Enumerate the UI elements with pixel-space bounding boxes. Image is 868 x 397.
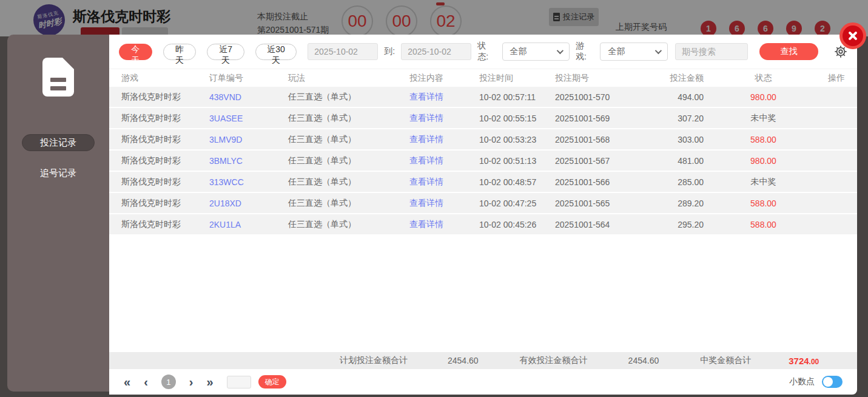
game-cell: 斯洛伐克时时彩 xyxy=(121,134,209,145)
column-header: 游戏 xyxy=(121,73,209,84)
time-cell: 10-02 00:57:11 xyxy=(479,92,555,102)
status-cell: 未中奖 xyxy=(704,113,823,124)
last-page-button[interactable]: » xyxy=(206,376,213,388)
column-header: 投注期号 xyxy=(555,73,649,84)
plan-total-value: 2454.60 xyxy=(448,356,479,365)
first-page-button[interactable]: « xyxy=(124,376,130,388)
time-cell: 10-02 00:53:23 xyxy=(479,135,555,144)
game-cell: 斯洛伐克时时彩 xyxy=(121,177,209,188)
play-cell: 任三直选（单式） xyxy=(288,177,409,188)
chevron-down-icon xyxy=(655,47,662,54)
play-cell: 任三直选（单式） xyxy=(288,134,409,145)
toggle-knob xyxy=(823,377,833,387)
column-header: 订单编号 xyxy=(209,73,288,84)
status-cell: 588.00 xyxy=(704,220,823,229)
prev-page-button[interactable]: ‹ xyxy=(144,376,148,388)
search-button[interactable]: 查找 xyxy=(759,43,818,60)
decimal-label: 小数点 xyxy=(789,376,815,387)
order-cell[interactable]: 2U18XD xyxy=(209,198,288,208)
decimal-toggle-group: 小数点 xyxy=(789,376,843,388)
order-cell[interactable]: 2KU1LA xyxy=(209,220,288,229)
quick-filter-button[interactable]: 昨天 xyxy=(163,44,197,60)
date-from-input[interactable] xyxy=(308,43,378,60)
column-header: 状态 xyxy=(704,73,823,84)
game-select-value: 全部 xyxy=(608,46,625,57)
play-cell: 任三直选（单式） xyxy=(288,155,409,166)
play-cell: 任三直选（单式） xyxy=(288,113,409,124)
period-cell: 20251001-569 xyxy=(555,114,649,123)
win-total-value: 3724.00 xyxy=(789,356,819,366)
quick-filter-button[interactable]: 今天 xyxy=(119,44,152,60)
content-cell[interactable]: 查看详情 xyxy=(409,155,479,166)
screen: 斯洛伐克 时时彩 斯洛伐克时时彩 本期投注截止 第20251001-571期 0… xyxy=(0,0,868,397)
content-cell[interactable]: 查看详情 xyxy=(409,92,479,103)
document-icon xyxy=(42,58,74,97)
content-cell[interactable]: 查看详情 xyxy=(409,177,479,188)
status-cell: 980.00 xyxy=(704,156,823,166)
quick-filter-button[interactable]: 近30天 xyxy=(255,44,297,60)
sidebar-item-bet-records[interactable]: 投注记录 xyxy=(22,134,95,151)
period-cell: 20251001-566 xyxy=(555,177,649,187)
table-header-row: 游戏订单编号玩法投注内容投注时间投注期号投注金额状态操作 xyxy=(109,69,857,87)
sidebar-item-label: 追号记录 xyxy=(40,168,76,179)
play-cell: 任三直选（单式） xyxy=(288,92,409,103)
pagination-bar: « ‹ 1 › » 确定 小数点 xyxy=(109,369,857,395)
column-header: 投注时间 xyxy=(479,73,555,84)
period-search-input[interactable] xyxy=(675,43,748,60)
win-total-label: 中奖金额合计 xyxy=(700,355,751,366)
quick-filter-button[interactable]: 近7天 xyxy=(207,44,244,60)
date-to-input[interactable] xyxy=(401,43,471,60)
confirm-button[interactable]: 确定 xyxy=(258,375,286,389)
current-page-badge[interactable]: 1 xyxy=(161,375,176,389)
summary-row: 计划投注金额合计 2454.60 有效投注金额合计 2454.60 中奖金额合计… xyxy=(109,352,857,369)
order-cell[interactable]: 438VND xyxy=(209,92,288,102)
sidebar-item-chase-records[interactable]: 追号记录 xyxy=(22,165,95,182)
table-empty-area xyxy=(109,236,857,352)
content-cell[interactable]: 查看详情 xyxy=(409,113,479,124)
page-jump-input[interactable] xyxy=(227,376,251,389)
game-cell: 斯洛伐克时时彩 xyxy=(121,198,209,209)
table-row: 斯洛伐克时时彩313WCC任三直选（单式）查看详情10-02 00:48:572… xyxy=(109,172,857,193)
status-cell: 588.00 xyxy=(704,135,823,144)
amount-cell: 295.20 xyxy=(649,220,704,229)
next-page-button[interactable]: › xyxy=(189,376,193,388)
filter-bar: 今天昨天近7天近30天 到: 状态: 全部 游戏: 全部 查找 xyxy=(109,35,857,69)
time-cell: 10-02 00:48:57 xyxy=(479,177,555,187)
game-cell: 斯洛伐克时时彩 xyxy=(121,113,209,124)
time-cell: 10-02 00:51:13 xyxy=(479,156,555,166)
decimal-toggle[interactable] xyxy=(822,376,843,388)
to-label: 到: xyxy=(384,46,395,57)
close-button[interactable] xyxy=(839,22,866,49)
valid-total-label: 有效投注金额合计 xyxy=(520,355,588,366)
order-cell[interactable]: 313WCC xyxy=(209,177,288,187)
order-cell[interactable]: 3BMLYC xyxy=(209,156,288,166)
order-cell[interactable]: 3LMV9D xyxy=(209,135,288,144)
content-cell[interactable]: 查看详情 xyxy=(409,198,479,209)
page-fold xyxy=(62,58,74,69)
table-row: 斯洛伐克时时彩3UASEE任三直选（单式）查看详情10-02 00:55:152… xyxy=(109,108,857,129)
status-select-value: 全部 xyxy=(510,46,527,57)
time-cell: 10-02 00:47:25 xyxy=(479,198,555,208)
game-label: 游戏: xyxy=(576,41,594,63)
order-cell[interactable]: 3UASEE xyxy=(209,114,288,123)
status-select[interactable]: 全部 xyxy=(502,42,570,61)
status-cell: 未中奖 xyxy=(704,177,823,188)
status-label: 状态: xyxy=(477,41,496,63)
period-cell: 20251001-568 xyxy=(555,135,649,144)
play-cell: 任三直选（单式） xyxy=(288,219,409,230)
period-cell: 20251001-564 xyxy=(555,220,649,229)
sidebar-item-label: 投注记录 xyxy=(40,137,76,149)
amount-cell: 307.20 xyxy=(649,114,704,123)
play-cell: 任三直选（单式） xyxy=(288,198,409,209)
content-cell[interactable]: 查看详情 xyxy=(409,134,479,145)
content-cell[interactable]: 查看详情 xyxy=(409,219,479,230)
plan-total-label: 计划投注金额合计 xyxy=(340,355,408,366)
period-cell: 20251001-567 xyxy=(555,156,649,166)
game-select[interactable]: 全部 xyxy=(600,42,668,61)
table-row: 斯洛伐克时时彩2KU1LA任三直选（单式）查看详情10-02 00:45:262… xyxy=(109,214,857,236)
amount-cell: 303.00 xyxy=(649,135,704,144)
quick-filter-group: 今天昨天近7天近30天 xyxy=(119,44,308,60)
status-cell: 588.00 xyxy=(704,198,823,208)
game-cell: 斯洛伐克时时彩 xyxy=(121,92,209,103)
column-header: 投注金额 xyxy=(649,73,704,84)
